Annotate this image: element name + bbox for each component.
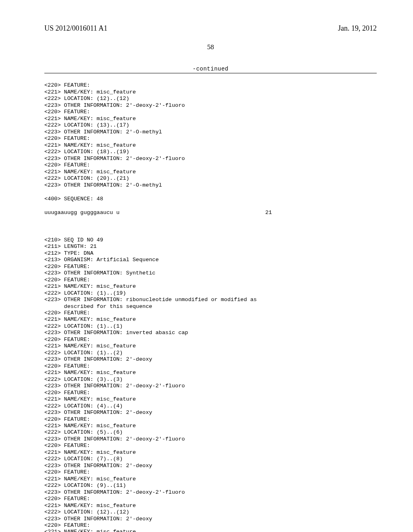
feature-line: <223> OTHER INFORMATION: 2'-deoxy-2'-flu… <box>44 156 185 162</box>
feature-line: <221> NAME/KEY: misc_feature <box>44 283 136 289</box>
feature-line: <220> FEATURE: <box>44 522 90 528</box>
sequence-row: uuugaauugg gugggaaucu u21 <box>44 210 377 216</box>
feature-line: <223> OTHER INFORMATION: 2'-deoxy-2'-flu… <box>44 102 185 108</box>
sequence-listing: <220> FEATURE: <221> NAME/KEY: misc_feat… <box>44 76 377 532</box>
feature-line: <221> NAME/KEY: misc_feature <box>44 343 136 349</box>
feature-line: <222> LOCATION: (3)..(3) <box>44 376 123 382</box>
feature-line: <220> FEATURE: <box>44 363 90 369</box>
seq-header-line: <211> LENGTH: 21 <box>44 243 97 249</box>
feature-line: <220> FEATURE: <box>44 390 90 396</box>
feature-line: <222> LOCATION: (1)..(1) <box>44 323 123 329</box>
seq-header-line: <213> ORGANISM: Artificial Sequence <box>44 257 159 263</box>
feature-line: <223> OTHER INFORMATION: 2'-deoxy <box>44 409 152 416</box>
feature-line: <221> NAME/KEY: misc_feature <box>44 449 136 455</box>
continued-label: -continued <box>44 66 377 72</box>
feature-line: <221> NAME/KEY: misc_feature <box>44 529 136 532</box>
feature-line: <221> NAME/KEY: misc_feature <box>44 116 136 122</box>
feature-line: <223> OTHER INFORMATION: 2'-deoxy-2'-flu… <box>44 489 185 495</box>
publication-number: US 2012/0016011 A1 <box>44 24 107 33</box>
feature-line: <223> OTHER INFORMATION: 2'-O-methyl <box>44 129 162 135</box>
sequence-text: uuugaauugg gugggaaucu u <box>44 210 119 216</box>
page-header: US 2012/0016011 A1 Jan. 19, 2012 <box>44 24 377 33</box>
top-rule <box>44 73 377 73</box>
feature-line: <222> LOCATION: (9)..(11) <box>44 482 126 488</box>
feature-line: <222> LOCATION: (12)..(12) <box>44 509 129 515</box>
feature-line: <220> FEATURE: <box>44 109 90 115</box>
feature-line: <221> NAME/KEY: misc_feature <box>44 89 136 95</box>
feature-line: <222> LOCATION: (18)..(19) <box>44 149 129 155</box>
feature-line: <222> LOCATION: (13)..(17) <box>44 122 129 128</box>
feature-line: <221> NAME/KEY: misc_feature <box>44 423 136 429</box>
feature-line: <220> FEATURE: <box>44 337 90 343</box>
feature-line: <220> FEATURE: <box>44 82 90 88</box>
feature-line: <222> LOCATION: (7)..(8) <box>44 456 123 462</box>
feature-line: <220> FEATURE: <box>44 443 90 449</box>
feature-line: <223> OTHER INFORMATION: 2'-deoxy <box>44 463 152 469</box>
feature-line: <223> OTHER INFORMATION: Synthetic <box>44 270 155 276</box>
feature-line: <222> LOCATION: (4)..(4) <box>44 403 123 409</box>
feature-line: <223> OTHER INFORMATION: 2'-deoxy-2'-flu… <box>44 436 185 442</box>
sequence-label: <400> SEQUENCE: 48 <box>44 196 103 202</box>
feature-line: <220> FEATURE: <box>44 416 90 422</box>
feature-line: <222> LOCATION: (5)..(6) <box>44 429 123 435</box>
feature-line: <220> FEATURE: <box>44 310 90 316</box>
feature-line: <221> NAME/KEY: misc_feature <box>44 142 136 148</box>
feature-line: <222> LOCATION: (1)..(2) <box>44 350 123 356</box>
feature-line: <222> LOCATION: (20)..(21) <box>44 175 129 181</box>
feature-line: <220> FEATURE: <box>44 496 90 502</box>
feature-line: <223> OTHER INFORMATION: 2'-deoxy-2'-flu… <box>44 383 185 389</box>
feature-line: <220> FEATURE: <box>44 162 90 168</box>
feature-line: <221> NAME/KEY: misc_feature <box>44 316 136 322</box>
feature-line: <221> NAME/KEY: misc_feature <box>44 476 136 482</box>
feature-line: <222> LOCATION: (12)..(12) <box>44 96 129 102</box>
publication-date: Jan. 19, 2012 <box>338 24 377 33</box>
feature-line: <223> OTHER INFORMATION: 2'-deoxy <box>44 356 152 362</box>
feature-line: <220> FEATURE: <box>44 469 90 475</box>
feature-line: <223> OTHER INFORMATION: 2'-deoxy <box>44 516 152 522</box>
feature-line: <223> OTHER INFORMATION: inverted abasic… <box>44 330 188 336</box>
page-number: 58 <box>44 43 377 51</box>
seq-header-line: <212> TYPE: DNA <box>44 250 94 256</box>
feature-line: <221> NAME/KEY: misc_feature <box>44 503 136 509</box>
sequence-length: 21 <box>265 210 377 216</box>
feature-line: <223> OTHER INFORMATION: 2'-O-methyl <box>44 182 162 188</box>
feature-line: <220> FEATURE: <box>44 264 90 270</box>
feature-line: <222> LOCATION: (1)..(19) <box>44 290 126 296</box>
feature-line: <221> NAME/KEY: misc_feature <box>44 169 136 175</box>
feature-line: described for this sequence <box>44 303 152 310</box>
seq-header-line: <210> SEQ ID NO 49 <box>44 237 103 243</box>
feature-line: <221> NAME/KEY: misc_feature <box>44 396 136 402</box>
page: US 2012/0016011 A1 Jan. 19, 2012 58 -con… <box>0 0 413 532</box>
feature-line: <220> FEATURE: <box>44 277 90 283</box>
feature-line: <223> OTHER INFORMATION: ribonucleotide … <box>44 297 257 303</box>
feature-line: <221> NAME/KEY: misc_feature <box>44 370 136 376</box>
feature-line: <220> FEATURE: <box>44 135 90 141</box>
